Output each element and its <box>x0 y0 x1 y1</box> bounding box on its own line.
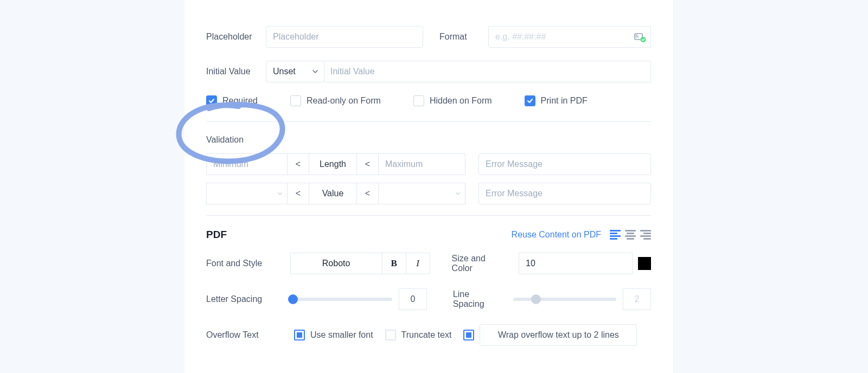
reuse-content-link[interactable]: Reuse Content on PDF <box>512 230 601 240</box>
min-value-input[interactable] <box>207 183 287 204</box>
format-input[interactable] <box>488 26 651 48</box>
checkbox-icon <box>206 95 217 106</box>
print-pdf-label: Print in PDF <box>541 96 588 106</box>
lt-operator: < <box>288 183 309 204</box>
placeholder-input[interactable] <box>266 26 423 48</box>
value-error-input[interactable] <box>478 183 651 204</box>
pdf-actions: Reuse Content on PDF <box>512 230 651 240</box>
slider-thumb[interactable] <box>531 294 541 304</box>
font-family-value: Roboto <box>322 259 350 268</box>
value-type-select[interactable]: Value <box>309 183 357 204</box>
radio-icon <box>385 330 396 340</box>
validation-heading: Validation <box>206 135 651 145</box>
spacing-row: Letter Spacing 0 Line Spacing 2 <box>206 288 651 310</box>
value-type-label: Value <box>309 189 356 198</box>
value-constraint-group: < Value < <box>206 183 465 204</box>
initial-value-select-value: Unset <box>273 67 296 76</box>
line-spacing-value[interactable]: 2 <box>623 288 651 310</box>
required-label: Required <box>222 96 258 106</box>
length-type-select[interactable]: Length <box>309 153 357 175</box>
readonly-checkbox[interactable]: Read-only on Form <box>290 95 381 106</box>
hidden-checkbox[interactable]: Hidden on Form <box>413 95 492 106</box>
letter-spacing-value[interactable]: 0 <box>399 288 427 310</box>
min-length-input[interactable] <box>207 154 287 175</box>
bold-button[interactable]: B <box>382 253 406 274</box>
max-length-input[interactable] <box>379 154 465 175</box>
font-style-label: Font and Style <box>206 259 274 268</box>
pdf-heading: PDF <box>206 229 227 241</box>
row-placeholder-format: Placeholder Format <box>206 26 651 48</box>
pdf-header: PDF Reuse Content on PDF <box>206 229 651 241</box>
chevron-down-icon <box>312 68 318 75</box>
initial-value-label: Initial Value <box>206 67 266 76</box>
length-type-label: Length <box>309 159 356 169</box>
divider <box>206 215 651 216</box>
initial-value-select[interactable]: Unset <box>266 61 324 82</box>
overflow-wrap[interactable]: Wrap overflow text up to 2 lines <box>463 324 637 346</box>
checkbox-row: Required Read-only on Form Hidden on For… <box>206 95 651 106</box>
print-pdf-checkbox[interactable]: Print in PDF <box>525 95 588 106</box>
min-value-select[interactable] <box>206 183 288 204</box>
max-value-select[interactable] <box>379 183 465 204</box>
font-color-swatch[interactable] <box>638 257 651 270</box>
font-family-select[interactable]: Roboto <box>290 253 382 274</box>
overflow-row: Overflow Text Use smaller font Truncate … <box>206 324 651 346</box>
lt-operator: < <box>357 153 379 175</box>
lt-operator: < <box>288 153 309 175</box>
lt-operator: < <box>357 183 379 204</box>
initial-value-input[interactable] <box>324 61 651 82</box>
format-label: Format <box>439 32 488 42</box>
validation-length-row: < Length < <box>206 153 651 175</box>
max-value-input[interactable] <box>379 183 465 204</box>
validation-value-row: < Value < <box>206 183 651 204</box>
align-left-button[interactable] <box>610 230 621 240</box>
letter-spacing-control: 0 <box>289 288 427 310</box>
overflow-smaller-font-label: Use smaller font <box>310 330 373 340</box>
overflow-wrap-label: Wrap overflow text up to 2 lines <box>498 330 619 340</box>
checkbox-icon <box>525 95 535 106</box>
mask-builder-icon[interactable] <box>634 30 647 43</box>
overflow-smaller-font[interactable]: Use smaller font <box>294 330 373 340</box>
overflow-label: Overflow Text <box>206 330 282 340</box>
placeholder-label: Placeholder <box>206 32 266 42</box>
checkbox-icon <box>290 95 301 106</box>
letter-spacing-label: Letter Spacing <box>206 294 273 304</box>
line-spacing-slider[interactable] <box>513 298 616 301</box>
align-right-button[interactable] <box>640 230 651 240</box>
size-color-label: Size and Color <box>452 254 502 273</box>
letter-spacing-slider[interactable] <box>289 298 392 301</box>
font-group: Roboto B I <box>290 253 430 274</box>
size-color-group: 10 <box>519 253 651 274</box>
overflow-truncate-label: Truncate text <box>401 330 452 340</box>
field-settings-panel: Placeholder Format Initial Value Unset <box>184 0 673 373</box>
required-checkbox[interactable]: Required <box>206 95 258 106</box>
text-align-group <box>610 230 651 240</box>
slider-thumb[interactable] <box>288 294 298 304</box>
font-size-input[interactable]: 10 <box>519 253 633 274</box>
font-size-row: Font and Style Roboto B I Size and Color… <box>206 253 651 274</box>
radio-icon <box>294 330 305 340</box>
divider <box>206 121 651 122</box>
format-input-wrap <box>488 26 651 48</box>
hidden-label: Hidden on Form <box>430 96 492 106</box>
length-constraint-group: < Length < <box>206 153 465 175</box>
overflow-wrap-field[interactable]: Wrap overflow text up to 2 lines <box>480 324 637 346</box>
line-spacing-label: Line Spacing <box>453 290 497 309</box>
line-spacing-control: 2 <box>513 288 651 310</box>
italic-button[interactable]: I <box>406 253 430 274</box>
overflow-truncate[interactable]: Truncate text <box>385 330 452 340</box>
length-error-input[interactable] <box>478 153 651 175</box>
row-initial-value: Initial Value Unset <box>206 61 651 82</box>
font-size-value: 10 <box>526 259 535 268</box>
align-center-button[interactable] <box>625 230 636 240</box>
radio-icon <box>463 330 474 340</box>
checkbox-icon <box>413 95 424 106</box>
readonly-label: Read-only on Form <box>307 96 381 106</box>
